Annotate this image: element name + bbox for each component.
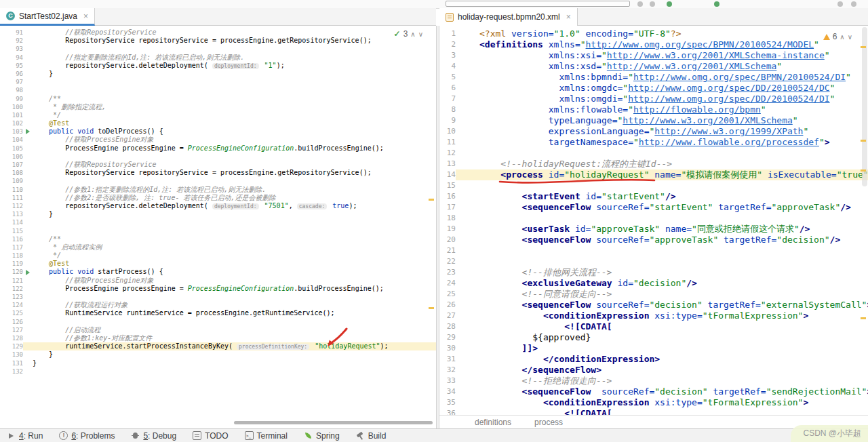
code-text[interactable]: runtimeService.startProcessInstanceByKey… bbox=[33, 342, 436, 350]
code-text[interactable]: */ bbox=[33, 111, 436, 119]
code-line[interactable]: 102 @Test bbox=[0, 119, 436, 127]
toolbar-button[interactable] bbox=[637, 1, 643, 7]
code-text[interactable] bbox=[33, 318, 436, 326]
line-number[interactable]: 120 bbox=[0, 268, 23, 276]
code-line[interactable]: 35 <conditionExpression xsi:type="tForma… bbox=[439, 397, 868, 408]
code-line[interactable]: 129 runtimeService.startProcessInstanceB… bbox=[0, 342, 436, 350]
code-line[interactable]: 108 RepositoryService repositoryService … bbox=[0, 169, 436, 177]
next-issue-icon[interactable]: ∨ bbox=[418, 31, 423, 38]
line-number[interactable]: 18 bbox=[439, 213, 456, 224]
statusbar-item-terminal[interactable]: Terminal bbox=[245, 431, 288, 441]
inspections-widget[interactable]: ✓ 3 ∧ ∨ bbox=[392, 28, 425, 39]
line-number[interactable]: 101 bbox=[0, 111, 23, 119]
line-number[interactable]: 112 bbox=[0, 202, 23, 210]
code-line[interactable]: 7 xmlns:omgdi="http://www.omg.org/spec/D… bbox=[439, 94, 868, 104]
code-line[interactable]: 91 //获取RepositoryService bbox=[0, 28, 436, 37]
tab-holiday-request-bpmn20-xml[interactable]: holiday-request.bpmn20.xml × bbox=[439, 8, 578, 26]
line-number[interactable]: 104 bbox=[0, 136, 23, 144]
code-area-xml[interactable]: 1<?xml version="1.0" encoding="UTF-8"?>2… bbox=[439, 28, 868, 415]
breadcrumb-item[interactable]: process bbox=[534, 418, 563, 427]
line-number[interactable]: 21 bbox=[439, 245, 456, 256]
code-text[interactable]: expressionLanguage="http://www.w3.org/19… bbox=[479, 126, 868, 137]
line-number[interactable]: 10 bbox=[439, 126, 456, 137]
code-text[interactable]: targetNamespace="http://www.flowable.org… bbox=[479, 137, 868, 148]
line-number[interactable]: 91 bbox=[0, 28, 23, 37]
line-number[interactable]: 131 bbox=[0, 359, 23, 367]
code-line[interactable]: 98 bbox=[0, 86, 436, 94]
close-icon[interactable]: × bbox=[83, 12, 88, 20]
code-line[interactable]: 26 <sequenceFlow sourceRef="decision" ta… bbox=[439, 300, 868, 310]
code-line[interactable]: 103 public void toDelProcess() { bbox=[0, 127, 436, 136]
code-text[interactable]: <!--同意请假走向--> bbox=[479, 289, 868, 300]
code-text[interactable]: /** bbox=[33, 235, 436, 243]
line-number[interactable]: 127 bbox=[0, 326, 23, 334]
line-number[interactable]: 125 bbox=[0, 309, 23, 317]
statusbar-item-build[interactable]: Build bbox=[356, 431, 387, 441]
statusbar-item-run[interactable]: 4: Run bbox=[7, 431, 43, 441]
line-number[interactable]: 121 bbox=[0, 277, 23, 285]
code-line[interactable]: 14 <process id="holidayRequest" name="模拟… bbox=[439, 169, 868, 180]
line-number[interactable]: 33 bbox=[439, 376, 456, 386]
code-line[interactable]: 120 public void startProcess() { bbox=[0, 268, 436, 276]
code-line[interactable]: 117 * 启动流程实例 bbox=[0, 243, 436, 252]
code-line[interactable]: 19 <userTask id="approveTask" name="同意或拒… bbox=[439, 224, 868, 235]
code-text[interactable]: <sequenceFlow sourceRef="approveTask" ta… bbox=[479, 235, 868, 245]
code-line[interactable]: 11 targetNamespace="http://www.flowable.… bbox=[439, 137, 868, 148]
code-text[interactable]: } bbox=[33, 70, 436, 78]
code-line[interactable]: 9 typeLanguage="http://www.w3.org/2001/X… bbox=[439, 115, 868, 126]
code-line[interactable]: 130 } bbox=[0, 350, 436, 359]
code-text[interactable]: xmlns:omgdc="http://www.omg.org/spec/DD/… bbox=[479, 83, 868, 94]
code-line[interactable]: 27 <conditionExpression xsi:type="tForma… bbox=[439, 310, 868, 321]
code-text[interactable]: */ bbox=[33, 252, 436, 260]
code-line[interactable]: 3 xmlns:xsi="http://www.w3.org/2001/XMLS… bbox=[439, 50, 868, 61]
code-line[interactable]: 33 <!--拒绝请假走向--> bbox=[439, 376, 868, 386]
code-line[interactable]: 122 ProcessEngine processEngine = Proces… bbox=[0, 285, 436, 293]
code-text[interactable]: <sequenceFlow sourceRef="startEvent" tar… bbox=[479, 202, 868, 213]
code-line[interactable]: 96 } bbox=[0, 70, 436, 78]
statusbar-item-spring[interactable]: Spring bbox=[304, 431, 340, 441]
code-text[interactable] bbox=[479, 245, 868, 256]
line-number[interactable]: 20 bbox=[439, 235, 456, 245]
line-number[interactable]: 5 bbox=[439, 72, 456, 83]
code-line[interactable]: 99 /** bbox=[0, 95, 436, 103]
code-text[interactable]: ProcessEngine processEngine = ProcessEng… bbox=[33, 285, 436, 293]
code-line[interactable]: 18 bbox=[439, 213, 868, 224]
code-text[interactable]: <!--holidayRequest:流程的主键Id--> bbox=[479, 159, 868, 169]
code-line[interactable]: 30 ]]> bbox=[439, 343, 868, 354]
line-number[interactable]: 129 bbox=[0, 342, 23, 350]
error-stripe-mark[interactable] bbox=[429, 307, 434, 309]
code-text[interactable]: </conditionExpression> bbox=[479, 354, 868, 365]
line-number[interactable]: 116 bbox=[0, 235, 23, 243]
line-number[interactable]: 114 bbox=[0, 218, 23, 226]
line-number[interactable]: 7 bbox=[439, 94, 456, 104]
line-number[interactable]: 117 bbox=[0, 243, 23, 252]
code-line[interactable]: 16 <startEvent id="startEvent"/> bbox=[439, 191, 868, 202]
code-text[interactable]: * 启动流程实例 bbox=[33, 243, 436, 252]
horizontal-scrollbar-thumb[interactable] bbox=[234, 421, 433, 424]
line-number[interactable]: 128 bbox=[0, 334, 23, 342]
code-line[interactable]: 114 bbox=[0, 218, 436, 226]
line-number[interactable]: 3 bbox=[439, 50, 456, 61]
code-text[interactable]: ${approved} bbox=[479, 332, 868, 343]
line-number[interactable]: 94 bbox=[0, 54, 23, 62]
code-text[interactable]: <?xml version="1.0" encoding="UTF-8"?> bbox=[479, 28, 868, 39]
code-text[interactable] bbox=[33, 367, 436, 376]
code-line[interactable]: 1<?xml version="1.0" encoding="UTF-8"?> bbox=[439, 28, 868, 39]
toolbar-button[interactable] bbox=[650, 1, 655, 7]
code-line[interactable]: 25 <!--同意请假走向--> bbox=[439, 289, 868, 300]
code-text[interactable]: <sequenceFlow sourceRef="decision" targe… bbox=[479, 300, 868, 310]
code-line[interactable]: 24 <exclusiveGateway id="decision"/> bbox=[439, 278, 868, 289]
code-text[interactable]: /** bbox=[33, 95, 436, 103]
line-number[interactable]: 97 bbox=[0, 78, 23, 86]
code-text[interactable]: //获取ProcessEngine对象 bbox=[33, 277, 436, 285]
line-number[interactable]: 109 bbox=[0, 177, 23, 185]
code-text[interactable]: <![CDATA[ bbox=[479, 408, 868, 415]
code-line[interactable]: 105 ProcessEngine processEngine = Proces… bbox=[0, 144, 436, 153]
line-number[interactable]: 35 bbox=[439, 397, 456, 408]
line-number[interactable]: 99 bbox=[0, 95, 23, 103]
code-line[interactable]: 94 //指定要删除流程的Id,注: 若该流程已启动,则无法删除. bbox=[0, 54, 436, 62]
code-text[interactable]: public void toDelProcess() { bbox=[33, 127, 436, 136]
line-number[interactable]: 23 bbox=[439, 267, 456, 278]
code-line[interactable]: 126 bbox=[0, 318, 436, 326]
code-line[interactable]: 31 </conditionExpression> bbox=[439, 354, 868, 365]
